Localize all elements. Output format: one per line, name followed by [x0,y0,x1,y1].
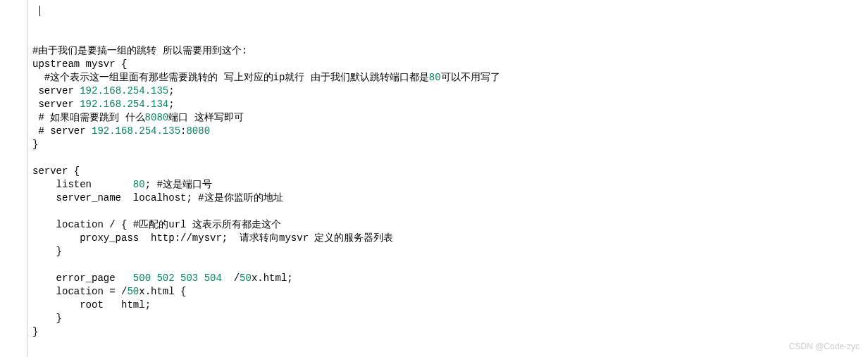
code-line: server { [32,165,868,178]
text-cursor [39,6,40,16]
code-text: } [32,313,62,324]
code-text: # 如果咱需要跳到 什么 [32,112,145,123]
code-line: proxy_pass http://mysvr; 请求转向mysvr 定义的服务… [32,232,868,245]
code-line [32,18,868,31]
code-text: 端口 这样写即可 [168,112,243,123]
code-text: ; [168,85,174,96]
code-line: #这个表示这一组里面有那些需要跳转的 写上对应的ip就行 由于我们默认跳转端口都… [32,71,868,84]
code-text: / [222,273,240,284]
code-number: 8080 [145,112,169,123]
code-text: server { [32,165,80,177]
code-line: location / { #匹配的url 这表示所有都走这个 [32,218,868,232]
code-text: 可以不用写了 [441,72,500,83]
code-number: 50 [127,286,139,297]
code-text: server_name localhost; #这是你监听的地址 [32,192,283,203]
code-text: x.html; [252,273,293,284]
code-text: ; #这是端口号 [145,179,212,190]
watermark-text: CSDN @Code-zyc [789,341,860,353]
code-text: } [32,246,62,257]
code-number: 8080 [186,125,210,137]
code-line [32,258,868,272]
code-number: 500 502 503 504 [133,273,222,284]
code-text: error_page [32,273,133,284]
code-text: server [32,99,80,110]
code-line: } [32,325,868,339]
code-line: error_page 500 502 503 504 /50x.html; [32,272,868,285]
code-text: #这个表示这一组里面有那些需要跳转的 写上对应的ip就行 由于我们默认跳转端口都… [32,72,429,83]
line-number-gutter [0,0,27,357]
code-text: } [32,139,38,150]
code-number: 192.168.254.135 [80,85,168,96]
code-line: upstream mysvr { [32,58,868,71]
code-editor[interactable]: #由于我们是要搞一组的跳转 所以需要用到这个:upstream mysvr { … [32,0,868,339]
code-text: } [32,326,38,337]
code-line: #由于我们是要搞一组的跳转 所以需要用到这个: [32,44,868,58]
code-number: 80 [133,179,145,190]
code-number: 80 [429,72,441,83]
code-text: location / { #匹配的url 这表示所有都走这个 [32,219,281,230]
code-number: 192.168.254.135 [92,125,180,137]
code-text: ; [168,99,174,110]
code-text: upstream mysvr { [32,58,127,70]
code-line: # 如果咱需要跳到 什么8080端口 这样写即可 [32,111,868,125]
code-text: #由于我们是要搞一组的跳转 所以需要用到这个: [32,45,247,56]
code-line [32,4,868,18]
code-line: server_name localhost; #这是你监听的地址 [32,192,868,205]
code-number: 50 [240,273,252,284]
code-line: server 192.168.254.135; [32,84,868,98]
code-text: listen [32,179,133,190]
code-line: # server 192.168.254.135:8080 [32,125,868,138]
code-line: server 192.168.254.134; [32,98,868,111]
code-line [32,151,868,165]
code-text: server [32,85,80,96]
code-number: 192.168.254.134 [80,99,168,110]
code-text: x.html { [139,286,186,297]
code-text: location = / [32,286,127,297]
code-text: proxy_pass http://mysvr; 请求转向mysvr 定义的服务… [32,232,393,244]
code-line: listen 80; #这是端口号 [32,178,868,192]
code-line: location = /50x.html { [32,285,868,299]
code-line [32,205,868,218]
code-text: # server [32,125,92,137]
code-line: } [32,245,868,258]
code-text: root html; [32,299,151,311]
code-line: } [32,138,868,151]
code-line [32,31,868,44]
code-line: root html; [32,299,868,312]
code-line: } [32,312,868,325]
